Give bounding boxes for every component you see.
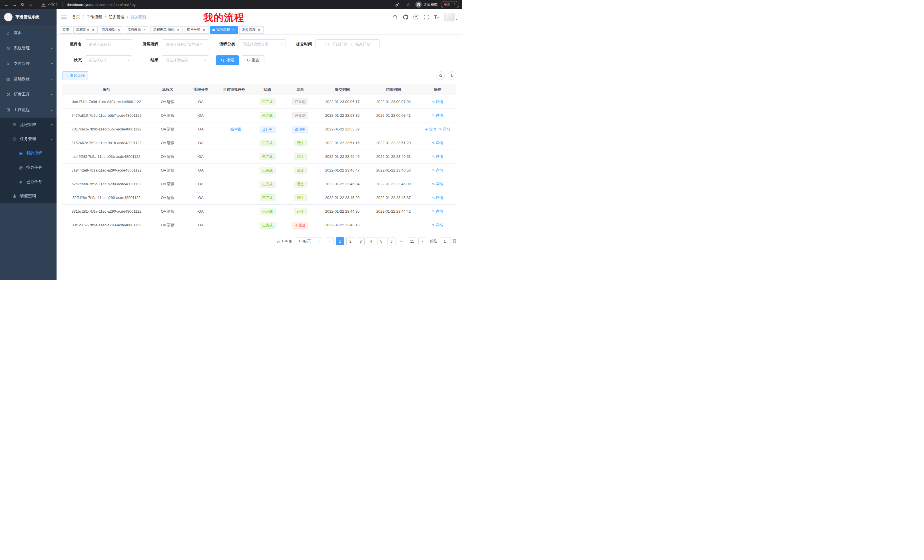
url-bar[interactable]: dashboard.yudao.iocoder.cn/bpm/task/my — [67, 3, 136, 7]
sidebar-item-5[interactable]: ⚒研发工具▾ — [0, 87, 57, 102]
tab-3[interactable]: 流程模型× — [99, 26, 123, 34]
search-icon[interactable] — [391, 13, 400, 21]
page-button-6[interactable]: 6 — [387, 237, 396, 245]
cell-submit-time: 2022-01-22 23:44:35 — [316, 205, 368, 219]
toggle-search-button[interactable] — [436, 71, 445, 80]
detail-action-link[interactable]: ✎详情 — [432, 168, 443, 173]
star-icon[interactable]: ☆ — [405, 1, 412, 8]
tab-4[interactable]: 流程表单× — [125, 26, 149, 34]
page-button-1[interactable]: 1 — [336, 237, 344, 245]
cell-actions: ✎详情 — [419, 219, 456, 232]
tab-1[interactable]: 首页 — [60, 26, 72, 34]
github-icon[interactable] — [402, 13, 410, 21]
breadcrumb-item[interactable]: 工作流程 — [86, 15, 102, 20]
category-select[interactable]: 请选择流程分类 ▾ — [239, 39, 286, 49]
close-icon[interactable]: × — [117, 28, 121, 32]
close-icon[interactable]: × — [231, 28, 235, 32]
next-page-button[interactable]: › — [418, 237, 426, 245]
detail-action-link[interactable]: ✎详情 — [439, 127, 450, 132]
close-icon[interactable]: × — [257, 28, 261, 32]
detail-action-link[interactable]: ✎详情 — [432, 141, 443, 145]
cell-actions: ✎详情 — [419, 109, 456, 123]
security-indicator[interactable]: 不安全 — [41, 2, 58, 7]
result-select[interactable]: 请选择流结果 ▾ — [162, 55, 209, 65]
page-button-5[interactable]: 5 — [377, 237, 385, 245]
filter-status: 状态 请选择状态 ▾ — [62, 55, 132, 65]
sidebar-item-11[interactable]: ◈已办任务 — [0, 175, 57, 189]
font-size-large: T — [434, 15, 437, 20]
detail-action-link[interactable]: ✎详情 — [432, 223, 443, 228]
home-icon[interactable]: ⌂ — [27, 1, 34, 8]
close-icon[interactable]: × — [202, 28, 206, 32]
user-avatar[interactable]: ▾ — [444, 13, 458, 21]
key-icon[interactable] — [394, 1, 401, 8]
cell-result: 处理中 — [284, 123, 316, 136]
result-tag: 通过 — [294, 167, 307, 174]
breadcrumb-item[interactable]: 任务管理 — [108, 15, 124, 20]
app-logo[interactable]: 芋道管理系统 — [0, 9, 57, 25]
breadcrumb-item[interactable]: 首页 — [72, 15, 80, 20]
create-process-button[interactable]: + 发起流程 — [62, 71, 88, 80]
action-label: 详情 — [436, 113, 443, 118]
page-button-4[interactable]: 4 — [367, 237, 375, 245]
search-button[interactable]: 搜索 — [216, 55, 239, 65]
page-button-3[interactable]: 3 — [357, 237, 364, 245]
overflow-menu-icon[interactable]: ⋮ — [453, 3, 456, 7]
process-def-input[interactable] — [162, 39, 209, 49]
refresh-table-button[interactable]: ↻ — [448, 71, 456, 80]
tab-8[interactable]: 发起流程× — [239, 26, 264, 34]
sidebar-item-7[interactable]: ≣流程管理▾ — [0, 118, 57, 132]
sidebar-item-12[interactable]: ♟请假查询 — [0, 189, 57, 203]
close-icon[interactable]: × — [91, 28, 95, 32]
hamburger-icon[interactable] — [61, 15, 67, 19]
sidebar-item-3[interactable]: ¥支付管理▾ — [0, 56, 57, 71]
sidebar-item-8[interactable]: ▤任务管理▴ — [0, 132, 57, 146]
tabs-bar: 首页流程定义×流程模型×流程表单×流程表单-编辑×用户分组×我的流程×发起流程× — [57, 25, 462, 35]
detail-action-link[interactable]: ✎详情 — [432, 195, 443, 201]
reload-icon[interactable]: ↻ — [19, 1, 26, 8]
tab-6[interactable]: 用户分组× — [184, 26, 208, 34]
sidebar-item-4[interactable]: ▦基础设施▾ — [0, 71, 57, 87]
process-name-input[interactable] — [85, 39, 132, 49]
forward-icon[interactable]: → — [11, 1, 18, 8]
tab-5[interactable]: 流程表单-编辑× — [150, 26, 183, 34]
submit-time-range-picker[interactable]: 开始日期 - 结束日期 — [315, 39, 380, 49]
breadcrumb-separator: / — [127, 15, 128, 19]
current-task-link[interactable]: 一级审批 — [227, 127, 242, 132]
detail-action-link[interactable]: ✎详情 — [432, 181, 443, 187]
help-icon[interactable]: ? — [412, 13, 420, 21]
more-pages-button[interactable]: ••• — [398, 237, 406, 245]
detail-action-link[interactable]: ✎详情 — [432, 113, 443, 118]
page-button-11[interactable]: 11 — [408, 237, 416, 245]
status-select[interactable]: 请选择状态 ▾ — [85, 55, 132, 65]
result-tag: 处理中 — [292, 126, 308, 133]
close-icon[interactable]: × — [176, 28, 180, 32]
sidebar-item-6[interactable]: ⊞工作流程▴ — [0, 102, 57, 118]
close-icon[interactable]: × — [142, 28, 147, 32]
goto-page-input[interactable] — [439, 237, 451, 245]
detail-action-link[interactable]: ✎详情 — [432, 209, 443, 214]
font-size-icon[interactable]: TT — [432, 13, 441, 21]
update-button[interactable]: 更新 ⋮ — [441, 1, 459, 8]
tab-7[interactable]: 我的流程× — [210, 26, 238, 34]
page-size-select[interactable]: 10条/页 ▾ — [296, 237, 322, 245]
chevron-down-icon: ▾ — [51, 123, 52, 126]
column-header: 提交时间 — [316, 84, 368, 95]
sidebar-item-1[interactable]: ⌂首页 — [0, 25, 57, 40]
detail-action-link[interactable]: ✎详情 — [432, 154, 443, 159]
cancel-action-link[interactable]: ⊘取消 — [425, 127, 436, 132]
status-tag: 已完成 — [260, 167, 276, 174]
sidebar-item-2[interactable]: ⚙系统管理▾ — [0, 40, 57, 56]
cell-actions: ✎详情 — [419, 205, 456, 219]
reset-button[interactable]: ↻ 重置 — [242, 55, 264, 65]
prev-page-button[interactable]: ‹ — [326, 237, 334, 245]
tab-2[interactable]: 流程定义× — [74, 26, 98, 34]
chevron-down-icon: ▾ — [281, 43, 283, 46]
sidebar-item-9[interactable]: ◉我的流程 — [0, 146, 57, 160]
back-icon[interactable]: ← — [3, 1, 10, 8]
sidebar-item-10[interactable]: ◎待办任务 — [0, 160, 57, 175]
detail-action-link[interactable]: ✎详情 — [432, 99, 443, 105]
sidebar: 芋道管理系统 ⌂首页⚙系统管理▾¥支付管理▾▦基础设施▾⚒研发工具▾⊞工作流程▴… — [0, 9, 57, 280]
fullscreen-icon[interactable] — [422, 13, 430, 21]
page-button-2[interactable]: 2 — [346, 237, 354, 245]
